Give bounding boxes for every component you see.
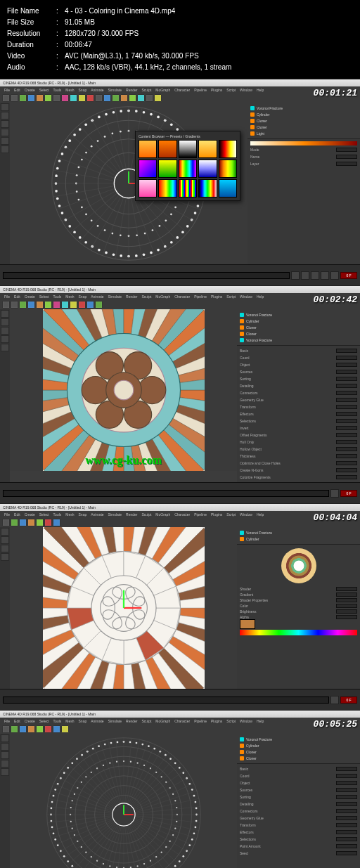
attr-field[interactable] <box>336 419 357 423</box>
tool-undo[interactable] <box>2 725 10 733</box>
object-manager[interactable]: Voronoi FractureCylinderClonerClonerLigh… <box>248 103 360 139</box>
attr-row[interactable]: Thickness <box>240 453 357 459</box>
tool-scale[interactable] <box>27 725 35 733</box>
menu-mesh[interactable]: Mesh <box>65 719 74 723</box>
window-titlebar[interactable]: CINEMA 4D R19.068 Studio (RC - R19) - [U… <box>0 79 360 86</box>
gradient-swatch[interactable] <box>219 140 237 158</box>
menu-plugins[interactable]: Plugins <box>211 294 222 299</box>
tool-zaxis[interactable] <box>78 94 86 102</box>
attr-field[interactable] <box>336 795 357 799</box>
tool-render[interactable] <box>44 519 52 526</box>
attr-row[interactable]: Sources <box>240 369 357 375</box>
attr-row[interactable]: Coord <box>240 355 357 361</box>
attr-field[interactable] <box>336 405 357 409</box>
object-manager[interactable]: Voronoi FractureCylinderClonerClonerVoro… <box>237 309 360 346</box>
attr-row[interactable]: Point Amount <box>240 843 357 849</box>
attribute-manager[interactable]: BasicCoordObjectSourcesSortingDetailingC… <box>237 346 360 482</box>
attr-row[interactable]: Basic <box>240 766 357 772</box>
attr-row[interactable]: Shader Properties <box>240 597 357 603</box>
attr-row[interactable]: Geometry Glue <box>240 397 357 403</box>
attr-field[interactable] <box>336 391 357 395</box>
tool-cube[interactable] <box>53 519 60 526</box>
mode-point[interactable] <box>1 327 9 335</box>
play-button[interactable] <box>311 271 319 280</box>
attr-field[interactable] <box>336 781 357 785</box>
tool-yaxis[interactable] <box>70 94 77 102</box>
menu-edit[interactable]: Edit <box>14 294 20 299</box>
menu-animate[interactable]: Animate <box>91 88 103 92</box>
menu-window[interactable]: Window <box>240 719 252 723</box>
attr-field[interactable] <box>336 837 357 841</box>
menu-plugins[interactable]: Plugins <box>211 512 222 517</box>
menu-help[interactable]: Help <box>257 294 264 299</box>
mode-object[interactable] <box>1 318 9 326</box>
attr-row[interactable]: Basic <box>240 348 357 354</box>
attr-row[interactable]: Detailing <box>240 801 357 807</box>
attr-row[interactable]: Selections <box>240 836 357 842</box>
tool-deformer[interactable] <box>137 94 145 102</box>
mode-poly[interactable] <box>1 768 9 776</box>
tool-cube[interactable] <box>86 301 94 309</box>
attr-row[interactable]: Invert <box>240 425 357 431</box>
attr-field[interactable] <box>336 377 357 381</box>
tool-rotate[interactable] <box>36 725 44 733</box>
gradient-swatch[interactable] <box>179 179 197 197</box>
attr-row[interactable]: Transform <box>240 404 357 410</box>
attr-row[interactable]: Selections <box>240 418 357 424</box>
mode-edge[interactable] <box>1 129 9 136</box>
gradient-swatch[interactable] <box>158 160 176 178</box>
menu-script[interactable]: Script <box>226 294 236 299</box>
timeline-track[interactable] <box>3 697 329 704</box>
menu-simulate[interactable]: Simulate <box>108 88 122 92</box>
menu-character[interactable]: Character <box>174 512 190 517</box>
menu-animate[interactable]: Animate <box>91 294 103 299</box>
attribute-manager[interactable]: ModeNameLayer <box>248 139 360 264</box>
mode-model[interactable] <box>1 734 9 742</box>
hue-slider[interactable] <box>240 630 357 635</box>
attr-field[interactable] <box>336 412 357 416</box>
attr-field[interactable] <box>336 370 357 374</box>
menu-bar[interactable]: FileEditCreateSelectToolsMeshSnapAnimate… <box>0 511 360 517</box>
gradient-swatch[interactable] <box>139 160 157 178</box>
menu-character[interactable]: Character <box>174 719 190 723</box>
mode-poly[interactable] <box>1 137 9 145</box>
gradient-swatch[interactable] <box>198 160 217 178</box>
menu-sculpt[interactable]: Sculpt <box>141 719 151 723</box>
attr-row[interactable]: Gradient <box>240 592 357 597</box>
attr-row[interactable]: Alpha <box>240 614 357 620</box>
mode-edge[interactable] <box>1 553 9 561</box>
attr-row[interactable]: Coord <box>240 773 357 779</box>
tool-rotate[interactable] <box>44 301 52 309</box>
attr-row[interactable]: Effectors <box>240 829 357 835</box>
gradient-swatch[interactable] <box>198 179 217 197</box>
menu-help[interactable]: Help <box>257 719 264 723</box>
attr-field[interactable] <box>336 609 357 614</box>
mode-point[interactable] <box>1 545 9 552</box>
perspective-viewport[interactable]: Content Browser — Presets / Gradients <box>10 103 248 264</box>
attr-field[interactable] <box>336 398 357 402</box>
tool-axis[interactable] <box>53 94 60 102</box>
attr-field[interactable] <box>336 384 357 388</box>
window-titlebar[interactable]: CINEMA 4D R19.068 Studio (RC - R19) - [U… <box>0 504 360 511</box>
attr-field[interactable] <box>336 148 357 152</box>
attr-field[interactable] <box>336 851 357 855</box>
attr-row[interactable]: Shader <box>240 586 357 592</box>
menu-render[interactable]: Render <box>126 512 137 517</box>
menu-mograph[interactable]: MoGraph <box>155 294 170 299</box>
tool-light[interactable] <box>61 725 69 733</box>
attr-field[interactable] <box>336 162 357 166</box>
menu-select[interactable]: Select <box>39 294 49 299</box>
tool-yaxis[interactable] <box>61 301 69 309</box>
menu-window[interactable]: Window <box>240 294 252 299</box>
menu-simulate[interactable]: Simulate <box>108 512 122 517</box>
menu-create[interactable]: Create <box>25 294 35 299</box>
tree-item[interactable]: Voronoi Fracture <box>240 311 357 318</box>
tree-item[interactable]: Voronoi Fracture <box>250 105 357 111</box>
attr-row[interactable]: Geometry Glue <box>240 815 357 821</box>
tool-xaxis[interactable] <box>53 301 60 309</box>
tree-item[interactable]: Cloner <box>250 124 357 130</box>
timeline[interactable]: 0 F <box>0 689 360 710</box>
gradient-swatch[interactable] <box>158 179 176 197</box>
menu-select[interactable]: Select <box>39 719 49 723</box>
attr-row[interactable]: Detailing <box>240 383 357 389</box>
